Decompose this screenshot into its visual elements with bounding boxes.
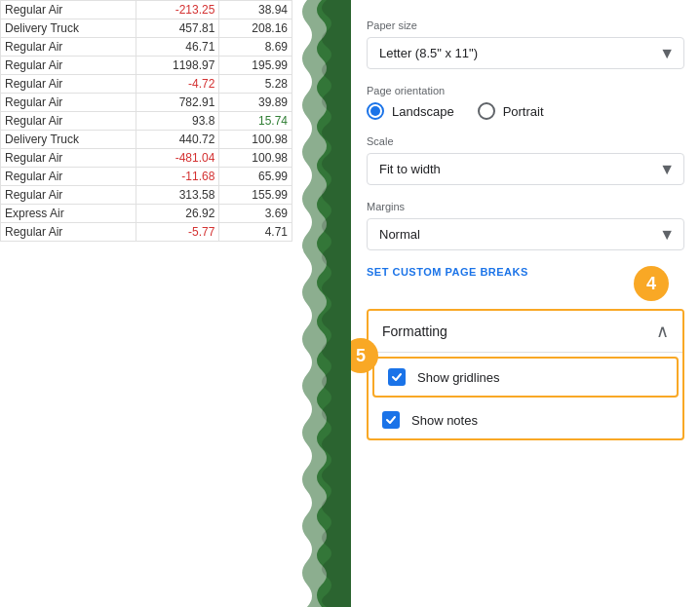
paper-size-dropdown[interactable]: Letter (8.5" x 11") ▼: [367, 37, 684, 69]
cell-col1: Delivery Truck: [1, 19, 136, 38]
cell-col2: 457.81: [136, 19, 219, 38]
table-row: Regular Air313.58155.99: [1, 186, 292, 205]
cell-col1: Regular Air: [1, 94, 136, 112]
landscape-label: Landscape: [392, 104, 454, 119]
cell-col2: -4.72: [136, 75, 219, 94]
spreadsheet-table: Regular Air-213.2538.94Delivery Truck457…: [0, 0, 292, 242]
cell-col3: 155.99: [219, 186, 292, 205]
scale-dropdown[interactable]: Fit to width ▼: [367, 153, 684, 185]
scale-label: Scale: [367, 135, 684, 147]
paper-size-select[interactable]: Letter (8.5" x 11"): [367, 37, 684, 69]
formatting-header[interactable]: Formatting ∧: [369, 311, 682, 353]
cell-col3: 4.71: [219, 223, 292, 242]
custom-breaks-row: SET CUSTOM PAGE BREAKS 4: [367, 266, 684, 293]
show-notes-checkbox[interactable]: [382, 411, 400, 429]
page-divider: [292, 0, 351, 607]
paper-size-label: Paper size: [367, 19, 684, 31]
table-row: Regular Air-481.04100.98: [1, 149, 292, 168]
cell-col2: 1198.97: [136, 57, 219, 75]
cell-col3: 65.99: [219, 168, 292, 186]
cell-col1: Regular Air: [1, 168, 136, 186]
print-settings-panel: Paper size Letter (8.5" x 11") ▼ Page or…: [351, 0, 700, 607]
custom-breaks-link[interactable]: SET CUSTOM PAGE BREAKS: [367, 266, 528, 278]
margins-label: Margins: [367, 201, 684, 212]
formatting-body: Show gridlines Show notes: [369, 357, 682, 438]
formatting-section: Formatting ∧ Show gridlines: [367, 309, 684, 440]
table-row: Regular Air46.718.69: [1, 38, 292, 57]
portrait-option[interactable]: Portrait: [478, 102, 544, 120]
landscape-option[interactable]: Landscape: [367, 102, 454, 120]
cell-col2: -481.04: [136, 149, 219, 168]
portrait-radio[interactable]: [478, 102, 495, 120]
show-gridlines-row[interactable]: Show gridlines: [372, 357, 679, 398]
cell-col2: 46.71: [136, 38, 219, 57]
table-row: Regular Air-11.6865.99: [1, 168, 292, 186]
cell-col2: -213.25: [136, 1, 219, 19]
cell-col2: 93.8: [136, 112, 219, 131]
scale-select[interactable]: Fit to width: [367, 153, 684, 185]
cell-col1: Regular Air: [1, 38, 136, 57]
table-row: Regular Air782.9139.89: [1, 94, 292, 112]
cell-col3: 100.98: [219, 131, 292, 149]
landscape-radio[interactable]: [367, 102, 384, 120]
cell-col1: Delivery Truck: [1, 131, 136, 149]
cell-col1: Regular Air: [1, 149, 136, 168]
cell-col2: -5.77: [136, 223, 219, 242]
table-row: Express Air26.923.69: [1, 205, 292, 223]
cell-col3: 39.89: [219, 94, 292, 112]
margins-select[interactable]: Normal: [367, 218, 684, 250]
table-row: Regular Air-4.725.28: [1, 75, 292, 94]
table-row: Regular Air1198.97195.99: [1, 57, 292, 75]
spreadsheet-panel: Regular Air-213.2538.94Delivery Truck457…: [0, 0, 292, 607]
cell-col3: 8.69: [219, 38, 292, 57]
cell-col1: Regular Air: [1, 112, 136, 131]
portrait-label: Portrait: [503, 104, 544, 119]
show-notes-label: Show notes: [411, 413, 478, 428]
show-gridlines-label: Show gridlines: [417, 370, 500, 385]
table-row: Delivery Truck440.72100.98: [1, 131, 292, 149]
cell-col2: -11.68: [136, 168, 219, 186]
table-row: Regular Air-213.2538.94: [1, 1, 292, 19]
show-gridlines-checkbox[interactable]: [388, 368, 406, 386]
cell-col1: Regular Air: [1, 1, 136, 19]
cell-col2: 26.92: [136, 205, 219, 223]
cell-col3: 5.28: [219, 75, 292, 94]
formatting-wrapper: 5 Formatting ∧ Show gridlines: [367, 309, 684, 440]
orientation-row: Landscape Portrait: [367, 102, 684, 120]
cell-col1: Express Air: [1, 205, 136, 223]
cell-col2: 440.72: [136, 131, 219, 149]
cell-col1: Regular Air: [1, 57, 136, 75]
cell-col1: Regular Air: [1, 223, 136, 242]
margins-dropdown[interactable]: Normal ▼: [367, 218, 684, 250]
cell-col3: 100.98: [219, 149, 292, 168]
show-notes-row[interactable]: Show notes: [369, 401, 682, 438]
table-row: Regular Air-5.774.71: [1, 223, 292, 242]
cell-col2: 782.91: [136, 94, 219, 112]
table-row: Regular Air93.815.74: [1, 112, 292, 131]
cell-col3: 208.16: [219, 19, 292, 38]
cell-col3: 3.69: [219, 205, 292, 223]
formatting-chevron-icon: ∧: [656, 321, 669, 342]
cell-col3: 38.94: [219, 1, 292, 19]
step-4-badge: 4: [634, 266, 669, 301]
cell-col3: 15.74: [219, 112, 292, 131]
margins-area: Normal ▼ SET CUSTOM PAGE BREAKS 4: [367, 218, 684, 293]
cell-col1: Regular Air: [1, 75, 136, 94]
page-orientation-label: Page orientation: [367, 85, 684, 96]
cell-col1: Regular Air: [1, 186, 136, 205]
cell-col3: 195.99: [219, 57, 292, 75]
formatting-label: Formatting: [382, 323, 447, 339]
table-row: Delivery Truck457.81208.16: [1, 19, 292, 38]
cell-col2: 313.58: [136, 186, 219, 205]
